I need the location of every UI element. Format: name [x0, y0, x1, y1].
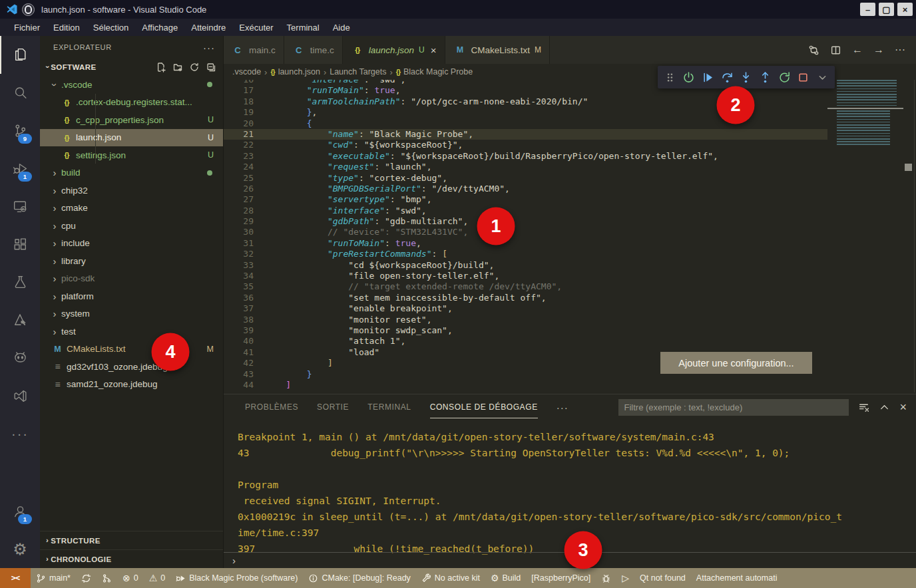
- panel-tab-CONSOLE DE DÉBOGAGE[interactable]: CONSOLE DE DÉBOGAGE: [430, 396, 538, 418]
- status-cmake-debug-ready[interactable]: CMake: [Debug]: Ready: [303, 573, 415, 583]
- status-main-[interactable]: main*: [31, 573, 76, 583]
- add-configuration-button[interactable]: Ajouter une configuration...: [660, 352, 812, 374]
- continue-icon[interactable]: [700, 69, 717, 86]
- tree-item-c_cpp_properties.json[interactable]: {}c_cpp_properties.jsonU: [40, 111, 223, 129]
- tab-launch.json[interactable]: {}launch.jsonU×: [343, 36, 445, 64]
- status-black-magic-probe-software-[interactable]: Black Magic Probe (software): [170, 573, 303, 583]
- run-debug-icon[interactable]: 1: [0, 150, 40, 188]
- step-over-icon[interactable]: [718, 69, 736, 86]
- status-bug[interactable]: [596, 573, 616, 583]
- status-play[interactable]: ▷: [616, 573, 634, 583]
- breadcrumb-item[interactable]: Black Magic Probe: [403, 67, 473, 76]
- more-actions-icon[interactable]: ···: [0, 415, 40, 453]
- tree-item-launch.json[interactable]: {}launch.jsonU: [40, 129, 223, 147]
- platformio-icon[interactable]: [0, 339, 40, 377]
- tree-item-cpu[interactable]: ›cpu: [40, 217, 223, 235]
- extensions-icon[interactable]: [0, 225, 40, 263]
- collapse-all-icon[interactable]: [206, 62, 216, 73]
- menu-item[interactable]: Atteindre: [185, 21, 232, 35]
- test-beaker-icon[interactable]: [0, 263, 40, 301]
- status-no-active-kit[interactable]: No active kit: [416, 573, 485, 583]
- settings-gear-icon[interactable]: ⚙: [0, 530, 40, 568]
- tree-item-chip32[interactable]: ›chip32: [40, 182, 223, 200]
- tree-item-samd21_ozone.jdebug[interactable]: ≡samd21_ozone.jdebug: [40, 376, 223, 394]
- workspace-section[interactable]: › SOFTWARE: [40, 59, 223, 76]
- new-file-icon[interactable]: [156, 62, 166, 73]
- panel-tab-TERMINAL[interactable]: TERMINAL: [367, 396, 411, 418]
- close-button[interactable]: ×: [897, 3, 913, 16]
- cmake-tools-icon[interactable]: [0, 301, 40, 339]
- tree-item-platform[interactable]: ›platform: [40, 287, 223, 305]
- status-attachement-automati[interactable]: Attachement automati: [691, 573, 783, 583]
- tree-item-build[interactable]: ›build: [40, 164, 223, 182]
- tree-item-.vscode[interactable]: ›.vscode: [40, 76, 223, 94]
- section-structure[interactable]: ›STRUCTURE: [40, 531, 223, 549]
- panel-tab-PROBLÈMES[interactable]: PROBLÈMES: [245, 396, 298, 418]
- tree-item-gd32vf103_ozone.jdebug[interactable]: ≡gd32vf103_ozone.jdebug: [40, 358, 223, 376]
- tree-item-include[interactable]: ›include: [40, 235, 223, 253]
- clear-console-icon[interactable]: [858, 402, 869, 413]
- arrow-left-icon[interactable]: ←: [852, 44, 863, 56]
- panel-more-icon[interactable]: ···: [557, 402, 569, 413]
- source-control-icon[interactable]: 9: [0, 112, 40, 150]
- step-into-icon[interactable]: [738, 69, 755, 86]
- breadcrumb-item[interactable]: Launch Targets: [330, 67, 386, 76]
- drag-handle-icon[interactable]: [661, 69, 678, 86]
- account-icon[interactable]: 1: [0, 492, 40, 530]
- editor-scrollbar[interactable]: [905, 164, 912, 171]
- split-editor-icon[interactable]: [830, 45, 841, 56]
- chevron-down-icon[interactable]: [814, 69, 831, 86]
- refresh-icon[interactable]: [189, 62, 200, 73]
- more-icon[interactable]: ···: [895, 44, 905, 56]
- menu-item[interactable]: Edition: [47, 21, 86, 35]
- menu-item[interactable]: Exécuter: [233, 21, 279, 35]
- maximize-button[interactable]: ▢: [879, 3, 894, 16]
- breadcrumb-item[interactable]: .vscode: [232, 67, 261, 76]
- tab-main.c[interactable]: Cmain.c: [223, 36, 284, 64]
- tree-item-library[interactable]: ›library: [40, 252, 223, 270]
- menu-item[interactable]: Aide: [327, 21, 356, 35]
- minimize-button[interactable]: –: [860, 3, 875, 16]
- panel-tab-SORTIE[interactable]: SORTIE: [317, 396, 349, 418]
- status-0[interactable]: ⊗0: [117, 573, 144, 583]
- tree-item-system[interactable]: ›system: [40, 305, 223, 323]
- tree-item-.cortex-debug.registers.stat...[interactable]: {}.cortex-debug.registers.stat...: [40, 94, 223, 112]
- debug-filter-input[interactable]: [618, 399, 849, 416]
- status-qt-not-found[interactable]: Qt not found: [634, 573, 691, 583]
- status-0[interactable]: ⚠0: [144, 573, 171, 583]
- tree-item-pico-sdk[interactable]: ›pico-sdk: [40, 270, 223, 288]
- maximize-panel-icon[interactable]: [879, 402, 890, 413]
- new-folder-icon[interactable]: [172, 62, 183, 73]
- tab-time.c[interactable]: Ctime.c: [284, 36, 343, 64]
- minimap[interactable]: [827, 80, 903, 146]
- tree-item-CMakeLists.txt[interactable]: MCMakeLists.txtM: [40, 341, 223, 359]
- open-changes-icon[interactable]: [808, 45, 819, 56]
- breadcrumb-item[interactable]: launch.json: [278, 67, 320, 76]
- explorer-icon[interactable]: [0, 36, 40, 74]
- menu-item[interactable]: Terminal: [281, 21, 326, 35]
- arrow-right-icon[interactable]: →: [873, 44, 884, 56]
- menu-item[interactable]: Fichier: [8, 21, 46, 35]
- section-chronologie[interactable]: ›CHRONOLOGIE: [40, 549, 223, 568]
- status--raspberrypico-[interactable]: [RaspberryPico]: [526, 573, 596, 583]
- remote-explorer-icon[interactable]: [0, 188, 40, 225]
- search-icon[interactable]: [0, 74, 40, 112]
- tree-item-settings.json[interactable]: {}settings.jsonU: [40, 146, 223, 164]
- status-sync[interactable]: [76, 573, 97, 583]
- tab-CMakeLists.txt[interactable]: MCMakeLists.txtM: [445, 36, 551, 64]
- tree-item-cmake[interactable]: ›cmake: [40, 200, 223, 218]
- visual-studio-icon[interactable]: [0, 377, 40, 415]
- close-panel-icon[interactable]: ×: [899, 400, 907, 414]
- tree-item-test[interactable]: ›test: [40, 323, 223, 341]
- menu-item[interactable]: Affichage: [136, 21, 184, 35]
- code-editor[interactable]: 16 "interface": "swd",17 "runToMain": tr…: [223, 74, 916, 394]
- restart-icon[interactable]: [776, 69, 793, 86]
- stop-icon[interactable]: [795, 69, 812, 86]
- step-out-icon[interactable]: [757, 69, 774, 86]
- remote-indicator[interactable]: ><: [0, 568, 31, 588]
- power-icon[interactable]: [680, 69, 698, 86]
- menu-item[interactable]: Sélection: [87, 21, 134, 35]
- close-tab-icon[interactable]: ×: [431, 45, 437, 56]
- status-graph[interactable]: [97, 573, 117, 583]
- explorer-more-icon[interactable]: ···: [203, 42, 215, 53]
